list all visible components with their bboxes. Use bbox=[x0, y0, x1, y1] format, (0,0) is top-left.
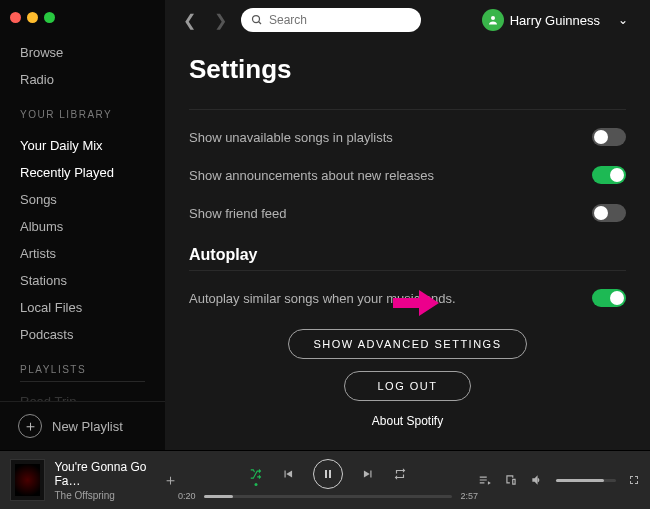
nav-radio[interactable]: Radio bbox=[0, 66, 165, 93]
back-button[interactable]: ❮ bbox=[179, 11, 200, 30]
player-bar: You're Gonna Go Fa… The Offspring ＋ 0:20 bbox=[0, 450, 650, 509]
setting-row-announcements: Show announcements about new releases bbox=[189, 156, 626, 194]
nav-stations[interactable]: Stations bbox=[0, 267, 165, 294]
time-elapsed: 0:20 bbox=[178, 491, 196, 501]
svg-point-0 bbox=[253, 16, 260, 23]
nav-your-daily-mix[interactable]: Your Daily Mix bbox=[0, 132, 165, 159]
about-spotify-link[interactable]: About Spotify bbox=[372, 414, 443, 428]
settings-content: Settings Show unavailable songs in playl… bbox=[165, 54, 650, 438]
minimize-window-icon[interactable] bbox=[27, 12, 38, 23]
previous-button[interactable] bbox=[281, 467, 295, 481]
divider bbox=[189, 109, 626, 110]
main-panel: ❮ ❯ Harry Guinness ⌄ Settings Show unava… bbox=[165, 0, 650, 450]
user-icon bbox=[487, 14, 499, 26]
divider bbox=[189, 270, 626, 271]
nav-artists[interactable]: Artists bbox=[0, 240, 165, 267]
show-advanced-settings-button[interactable]: SHOW ADVANCED SETTINGS bbox=[288, 329, 526, 359]
sidebar: Browse Radio YOUR LIBRARY Your Daily Mix… bbox=[0, 0, 165, 450]
user-menu[interactable]: Harry Guinness bbox=[482, 9, 600, 31]
toggle-friend-feed[interactable] bbox=[592, 204, 626, 222]
add-to-library-button[interactable]: ＋ bbox=[163, 471, 178, 490]
toggle-autoplay[interactable] bbox=[592, 289, 626, 307]
new-playlist-label: New Playlist bbox=[52, 419, 123, 434]
new-playlist-button[interactable]: ＋ New Playlist bbox=[0, 401, 165, 450]
svg-line-1 bbox=[259, 22, 262, 25]
logout-button[interactable]: LOG OUT bbox=[344, 371, 470, 401]
forward-button[interactable]: ❯ bbox=[210, 11, 231, 30]
user-name: Harry Guinness bbox=[510, 13, 600, 28]
setting-row-autoplay: Autoplay similar songs when your music e… bbox=[189, 279, 626, 317]
playlists-header: PLAYLISTS bbox=[0, 354, 165, 381]
fullscreen-button[interactable] bbox=[628, 474, 640, 486]
advanced-settings-wrap: SHOW ADVANCED SETTINGS bbox=[189, 329, 626, 359]
setting-label: Show unavailable songs in playlists bbox=[189, 130, 393, 145]
pause-icon bbox=[322, 468, 334, 480]
chevron-down-icon[interactable]: ⌄ bbox=[610, 13, 636, 27]
nav-local-files[interactable]: Local Files bbox=[0, 294, 165, 321]
logout-wrap: LOG OUT bbox=[189, 371, 626, 401]
nav-albums[interactable]: Albums bbox=[0, 213, 165, 240]
search-field[interactable] bbox=[241, 8, 421, 32]
main-nav: Browse Radio bbox=[0, 33, 165, 99]
setting-label: Show friend feed bbox=[189, 206, 287, 221]
nav-browse[interactable]: Browse bbox=[0, 39, 165, 66]
library-header: YOUR LIBRARY bbox=[0, 99, 165, 126]
setting-row-unavailable-songs: Show unavailable songs in playlists bbox=[189, 118, 626, 156]
svg-point-2 bbox=[491, 16, 495, 20]
nav-recently-played[interactable]: Recently Played bbox=[0, 159, 165, 186]
about-wrap: About Spotify bbox=[189, 413, 626, 428]
queue-button[interactable] bbox=[478, 473, 492, 487]
seek-bar[interactable] bbox=[204, 495, 453, 498]
plus-icon: ＋ bbox=[18, 414, 42, 438]
nav-songs[interactable]: Songs bbox=[0, 186, 165, 213]
volume-button[interactable] bbox=[530, 473, 544, 487]
track-title[interactable]: You're Gonna Go Fa… bbox=[55, 460, 154, 488]
right-controls bbox=[478, 473, 640, 487]
toggle-announcements[interactable] bbox=[592, 166, 626, 184]
repeat-button[interactable] bbox=[393, 467, 407, 481]
avatar bbox=[482, 9, 504, 31]
track-artist[interactable]: The Offspring bbox=[55, 490, 154, 501]
setting-row-friend-feed: Show friend feed bbox=[189, 194, 626, 232]
playback-controls: 0:20 2:57 bbox=[178, 459, 478, 501]
time-duration: 2:57 bbox=[460, 491, 478, 501]
window-traffic-lights bbox=[0, 8, 165, 33]
search-input[interactable] bbox=[269, 13, 389, 27]
next-button[interactable] bbox=[361, 467, 375, 481]
progress-row: 0:20 2:57 bbox=[178, 491, 478, 501]
fullscreen-window-icon[interactable] bbox=[44, 12, 55, 23]
nav-podcasts[interactable]: Podcasts bbox=[0, 321, 165, 348]
topbar: ❮ ❯ Harry Guinness ⌄ bbox=[165, 0, 650, 40]
autoplay-header: Autoplay bbox=[189, 246, 626, 264]
now-playing: You're Gonna Go Fa… The Offspring bbox=[55, 460, 154, 501]
play-pause-button[interactable] bbox=[313, 459, 343, 489]
library-nav: Your Daily Mix Recently Played Songs Alb… bbox=[0, 126, 165, 354]
close-window-icon[interactable] bbox=[10, 12, 21, 23]
setting-label: Autoplay similar songs when your music e… bbox=[189, 291, 456, 306]
shuffle-button[interactable] bbox=[249, 467, 263, 481]
search-icon bbox=[251, 14, 263, 26]
toggle-unavailable-songs[interactable] bbox=[592, 128, 626, 146]
setting-label: Show announcements about new releases bbox=[189, 168, 434, 183]
volume-slider[interactable] bbox=[556, 479, 616, 482]
devices-button[interactable] bbox=[504, 473, 518, 487]
page-title: Settings bbox=[189, 54, 626, 85]
album-art[interactable] bbox=[10, 459, 45, 501]
